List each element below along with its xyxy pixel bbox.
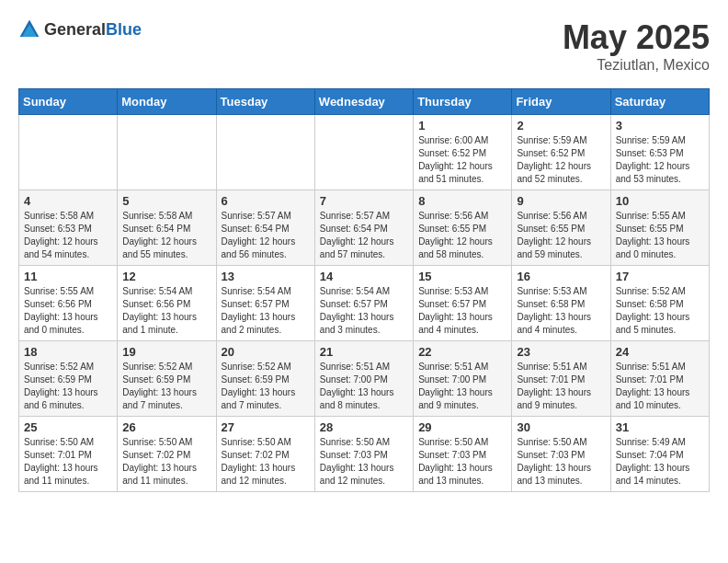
logo-icon bbox=[18, 18, 40, 40]
col-friday: Friday bbox=[512, 89, 610, 115]
day-details: Sunrise: 5:54 AM Sunset: 6:56 PM Dayligh… bbox=[122, 285, 210, 337]
calendar-cell: 8Sunrise: 5:56 AM Sunset: 6:55 PM Daylig… bbox=[414, 190, 512, 266]
calendar-week-3: 11Sunrise: 5:55 AM Sunset: 6:56 PM Dayli… bbox=[19, 266, 710, 341]
day-number: 17 bbox=[616, 270, 704, 283]
col-tuesday: Tuesday bbox=[216, 89, 314, 115]
calendar-cell: 13Sunrise: 5:54 AM Sunset: 6:57 PM Dayli… bbox=[216, 266, 314, 341]
day-details: Sunrise: 5:53 AM Sunset: 6:58 PM Dayligh… bbox=[517, 285, 605, 337]
calendar-cell: 30Sunrise: 5:50 AM Sunset: 7:03 PM Dayli… bbox=[512, 417, 610, 492]
day-details: Sunrise: 5:56 AM Sunset: 6:55 PM Dayligh… bbox=[418, 210, 506, 261]
day-number: 15 bbox=[418, 270, 506, 283]
logo-general: General bbox=[44, 20, 106, 39]
day-number: 10 bbox=[616, 194, 704, 208]
calendar-cell: 12Sunrise: 5:54 AM Sunset: 6:56 PM Dayli… bbox=[118, 266, 216, 341]
day-number: 5 bbox=[122, 194, 210, 208]
calendar-cell: 16Sunrise: 5:53 AM Sunset: 6:58 PM Dayli… bbox=[512, 266, 610, 341]
day-number: 4 bbox=[24, 194, 112, 208]
day-details: Sunrise: 5:59 AM Sunset: 6:52 PM Dayligh… bbox=[517, 134, 605, 186]
day-details: Sunrise: 5:52 AM Sunset: 6:59 PM Dayligh… bbox=[24, 361, 112, 412]
calendar-cell: 18Sunrise: 5:52 AM Sunset: 6:59 PM Dayli… bbox=[19, 341, 118, 417]
day-details: Sunrise: 5:51 AM Sunset: 7:01 PM Dayligh… bbox=[616, 361, 704, 412]
day-number: 30 bbox=[517, 420, 605, 434]
day-details: Sunrise: 5:50 AM Sunset: 7:01 PM Dayligh… bbox=[24, 436, 112, 488]
calendar-cell: 3Sunrise: 5:59 AM Sunset: 6:53 PM Daylig… bbox=[610, 115, 709, 190]
day-details: Sunrise: 5:52 AM Sunset: 6:59 PM Dayligh… bbox=[122, 361, 210, 412]
calendar-cell: 24Sunrise: 5:51 AM Sunset: 7:01 PM Dayli… bbox=[610, 341, 709, 417]
day-number: 24 bbox=[616, 345, 704, 359]
day-number: 8 bbox=[418, 194, 506, 208]
calendar-cell: 11Sunrise: 5:55 AM Sunset: 6:56 PM Dayli… bbox=[19, 266, 118, 341]
day-number: 3 bbox=[616, 119, 704, 132]
day-details: Sunrise: 5:54 AM Sunset: 6:57 PM Dayligh… bbox=[320, 285, 408, 337]
day-number: 12 bbox=[122, 270, 210, 283]
day-number: 27 bbox=[222, 420, 310, 434]
day-details: Sunrise: 5:57 AM Sunset: 6:54 PM Dayligh… bbox=[222, 210, 310, 261]
calendar-header: Sunday Monday Tuesday Wednesday Thursday… bbox=[19, 89, 710, 115]
calendar-cell: 6Sunrise: 5:57 AM Sunset: 6:54 PM Daylig… bbox=[216, 190, 314, 266]
day-details: Sunrise: 5:56 AM Sunset: 6:55 PM Dayligh… bbox=[517, 210, 605, 261]
calendar-cell: 1Sunrise: 6:00 AM Sunset: 6:52 PM Daylig… bbox=[414, 115, 512, 190]
day-details: Sunrise: 5:57 AM Sunset: 6:54 PM Dayligh… bbox=[320, 210, 408, 261]
day-details: Sunrise: 5:59 AM Sunset: 6:53 PM Dayligh… bbox=[616, 134, 704, 186]
calendar-cell: 23Sunrise: 5:51 AM Sunset: 7:01 PM Dayli… bbox=[512, 341, 610, 417]
day-details: Sunrise: 5:50 AM Sunset: 7:03 PM Dayligh… bbox=[320, 436, 408, 488]
day-number: 22 bbox=[418, 345, 506, 359]
day-details: Sunrise: 6:00 AM Sunset: 6:52 PM Dayligh… bbox=[418, 134, 506, 186]
calendar-table: Sunday Monday Tuesday Wednesday Thursday… bbox=[18, 88, 710, 492]
col-thursday: Thursday bbox=[414, 89, 512, 115]
day-number: 23 bbox=[517, 345, 605, 359]
day-details: Sunrise: 5:51 AM Sunset: 7:01 PM Dayligh… bbox=[517, 361, 605, 412]
title-block: May 2025 Teziutlan, Mexico bbox=[563, 18, 710, 74]
calendar-cell bbox=[216, 115, 314, 190]
calendar-cell: 5Sunrise: 5:58 AM Sunset: 6:54 PM Daylig… bbox=[118, 190, 216, 266]
day-number: 13 bbox=[222, 270, 310, 283]
day-details: Sunrise: 5:54 AM Sunset: 6:57 PM Dayligh… bbox=[222, 285, 310, 337]
calendar-cell: 26Sunrise: 5:50 AM Sunset: 7:02 PM Dayli… bbox=[118, 417, 216, 492]
month-title: May 2025 bbox=[563, 18, 710, 57]
day-number: 9 bbox=[517, 194, 605, 208]
calendar-cell: 7Sunrise: 5:57 AM Sunset: 6:54 PM Daylig… bbox=[314, 190, 413, 266]
calendar-cell: 22Sunrise: 5:51 AM Sunset: 7:00 PM Dayli… bbox=[414, 341, 512, 417]
calendar-cell bbox=[118, 115, 216, 190]
day-details: Sunrise: 5:58 AM Sunset: 6:53 PM Dayligh… bbox=[24, 210, 112, 261]
calendar-cell: 15Sunrise: 5:53 AM Sunset: 6:57 PM Dayli… bbox=[414, 266, 512, 341]
day-number: 11 bbox=[24, 270, 112, 283]
col-monday: Monday bbox=[118, 89, 216, 115]
day-details: Sunrise: 5:50 AM Sunset: 7:03 PM Dayligh… bbox=[418, 436, 506, 488]
day-number: 7 bbox=[320, 194, 408, 208]
calendar-cell: 20Sunrise: 5:52 AM Sunset: 6:59 PM Dayli… bbox=[216, 341, 314, 417]
col-sunday: Sunday bbox=[19, 89, 118, 115]
day-details: Sunrise: 5:50 AM Sunset: 7:02 PM Dayligh… bbox=[122, 436, 210, 488]
day-details: Sunrise: 5:49 AM Sunset: 7:04 PM Dayligh… bbox=[616, 436, 704, 488]
day-details: Sunrise: 5:55 AM Sunset: 6:56 PM Dayligh… bbox=[24, 285, 112, 337]
day-number: 14 bbox=[320, 270, 408, 283]
day-number: 31 bbox=[616, 420, 704, 434]
logo-blue: Blue bbox=[106, 20, 142, 39]
day-details: Sunrise: 5:55 AM Sunset: 6:55 PM Dayligh… bbox=[616, 210, 704, 261]
calendar-cell: 17Sunrise: 5:52 AM Sunset: 6:58 PM Dayli… bbox=[610, 266, 709, 341]
day-details: Sunrise: 5:51 AM Sunset: 7:00 PM Dayligh… bbox=[320, 361, 408, 412]
calendar-cell: 10Sunrise: 5:55 AM Sunset: 6:55 PM Dayli… bbox=[610, 190, 709, 266]
day-number: 28 bbox=[320, 420, 408, 434]
calendar-week-4: 18Sunrise: 5:52 AM Sunset: 6:59 PM Dayli… bbox=[19, 341, 710, 417]
logo: GeneralBlue bbox=[18, 18, 142, 40]
calendar-cell bbox=[19, 115, 118, 190]
calendar-cell: 9Sunrise: 5:56 AM Sunset: 6:55 PM Daylig… bbox=[512, 190, 610, 266]
calendar-cell: 14Sunrise: 5:54 AM Sunset: 6:57 PM Dayli… bbox=[314, 266, 413, 341]
calendar-cell: 25Sunrise: 5:50 AM Sunset: 7:01 PM Dayli… bbox=[19, 417, 118, 492]
calendar-week-2: 4Sunrise: 5:58 AM Sunset: 6:53 PM Daylig… bbox=[19, 190, 710, 266]
page-header: GeneralBlue May 2025 Teziutlan, Mexico bbox=[18, 18, 710, 74]
col-wednesday: Wednesday bbox=[314, 89, 413, 115]
calendar-cell: 28Sunrise: 5:50 AM Sunset: 7:03 PM Dayli… bbox=[314, 417, 413, 492]
header-row: Sunday Monday Tuesday Wednesday Thursday… bbox=[19, 89, 710, 115]
day-details: Sunrise: 5:50 AM Sunset: 7:02 PM Dayligh… bbox=[222, 436, 310, 488]
day-number: 26 bbox=[122, 420, 210, 434]
day-number: 2 bbox=[517, 119, 605, 132]
day-number: 25 bbox=[24, 420, 112, 434]
day-number: 21 bbox=[320, 345, 408, 359]
day-number: 29 bbox=[418, 420, 506, 434]
calendar-cell: 31Sunrise: 5:49 AM Sunset: 7:04 PM Dayli… bbox=[610, 417, 709, 492]
day-details: Sunrise: 5:53 AM Sunset: 6:57 PM Dayligh… bbox=[418, 285, 506, 337]
calendar-week-1: 1Sunrise: 6:00 AM Sunset: 6:52 PM Daylig… bbox=[19, 115, 710, 190]
day-details: Sunrise: 5:50 AM Sunset: 7:03 PM Dayligh… bbox=[517, 436, 605, 488]
